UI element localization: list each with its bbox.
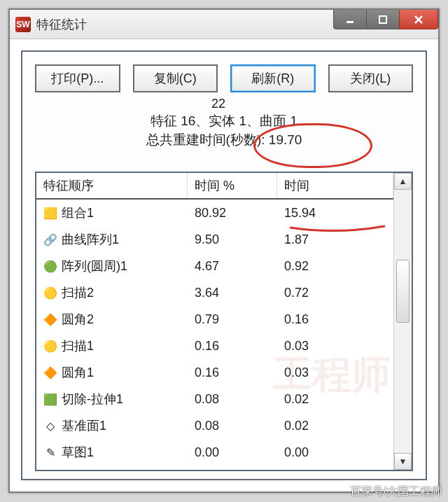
table-row[interactable]: 🟢阵列(圆周)14.670.92 — [36, 253, 393, 279]
scroll-down-arrow[interactable]: ▼ — [394, 453, 412, 470]
time-cell: 0.00 — [277, 445, 393, 460]
feature-name: 扫描2 — [62, 284, 94, 301]
rebuild-time-value: 19.70 — [269, 132, 302, 147]
vertical-scrollbar[interactable]: ▲ ▼ — [393, 173, 412, 470]
summary-line2: 总共重建时间(秒数): 19.70 — [35, 131, 413, 150]
window-controls — [333, 10, 438, 39]
feature-name-cell: 🔗曲线阵列1 — [36, 231, 188, 248]
sweep-icon: 🟡 — [43, 286, 57, 300]
circular-pattern-icon: 🟢 — [43, 259, 57, 273]
scroll-track[interactable] — [394, 190, 412, 453]
feature-name: 圆角1 — [62, 364, 94, 381]
feature-name: 基准面1 — [62, 417, 106, 434]
minimize-button[interactable] — [333, 10, 367, 29]
feature-name-cell: 🟨组合1 — [36, 204, 188, 221]
time-cell: 0.03 — [277, 339, 393, 354]
table-row[interactable]: 🔗曲线阵列19.501.87 — [36, 226, 393, 253]
table-header[interactable]: 特征顺序 时间 % 时间 — [36, 173, 393, 198]
feature-table: 特征顺序 时间 % 时间 🟨组合180.9215.94🔗曲线阵列19.501.8… — [35, 172, 413, 471]
close-button[interactable]: 关闭(L) — [328, 64, 414, 92]
time-pct-cell: 3.64 — [188, 286, 277, 300]
feature-name: 切除-拉伸1 — [62, 391, 123, 407]
time-cell: 1.87 — [277, 232, 393, 247]
time-pct-cell: 0.16 — [188, 365, 277, 380]
scroll-up-arrow[interactable]: ▲ — [394, 173, 412, 190]
time-pct-cell: 0.08 — [188, 392, 277, 407]
maximize-button[interactable] — [366, 10, 400, 29]
feature-name: 圆角2 — [62, 311, 94, 328]
table-row[interactable]: 🟡扫描10.160.03 — [36, 333, 393, 359]
time-pct-cell: 4.67 — [188, 259, 277, 274]
cut-extrude-icon: 🟩 — [43, 392, 57, 406]
time-cell: 0.92 — [277, 259, 393, 274]
curve-pattern-icon: 🔗 — [43, 232, 57, 246]
time-pct-cell: 0.08 — [188, 419, 277, 433]
feature-name: 阵列(圆周)1 — [62, 258, 127, 274]
table-row[interactable]: 🔶圆角20.790.16 — [36, 306, 393, 333]
time-pct-cell: 9.50 — [188, 232, 277, 247]
svg-rect-1 — [379, 16, 386, 23]
time-cell: 0.02 — [277, 392, 393, 407]
window-title: 特征统计 — [36, 16, 87, 33]
sweep-icon: 🟡 — [43, 339, 57, 353]
feature-name-cell: ◇基准面1 — [36, 417, 188, 434]
fillet-icon: 🔶 — [43, 312, 57, 326]
time-pct-cell: 80.92 — [188, 206, 277, 221]
col-time[interactable]: 时间 — [277, 173, 393, 198]
summary-block: 22 特征 16、实体 1、曲面 1 总共重建时间(秒数): 19.70 — [35, 112, 413, 149]
dialog-window: SW 特征统计 打印(P)... 复制(C) 刷新(R) 关闭(L) 22 特征… — [8, 8, 440, 493]
col-time-pct[interactable]: 时间 % — [188, 173, 277, 198]
feature-name-cell: ✎草图1 — [36, 444, 188, 461]
time-cell: 0.16 — [277, 312, 393, 327]
feature-name-cell: 🔶圆角1 — [36, 364, 188, 381]
table-row[interactable]: 🟩切除-拉伸10.080.02 — [36, 386, 393, 412]
feature-name: 组合1 — [62, 204, 94, 221]
summary-top-number: 22 — [211, 95, 225, 113]
table-row[interactable]: 🟨组合180.9215.94 — [36, 200, 393, 226]
feature-name: 扫描1 — [62, 337, 94, 354]
combine-icon: 🟨 — [43, 206, 57, 220]
print-button[interactable]: 打印(P)... — [35, 64, 120, 92]
refresh-button[interactable]: 刷新(R) — [230, 64, 316, 92]
feature-name-cell: 🟡扫描1 — [36, 337, 188, 354]
titlebar[interactable]: SW 特征统计 — [10, 10, 438, 39]
time-cell: 15.94 — [277, 206, 393, 221]
table-row[interactable]: ◇基准面10.080.02 — [36, 412, 393, 439]
dialog-content: 打印(P)... 复制(C) 刷新(R) 关闭(L) 22 特征 16、实体 1… — [21, 50, 427, 480]
summary-line1: 特征 16、实体 1、曲面 1 — [35, 112, 413, 131]
close-window-button[interactable] — [399, 10, 438, 29]
table-row[interactable]: ✎草图10.000.00 — [36, 439, 393, 466]
time-pct-cell: 0.16 — [188, 339, 277, 354]
col-feature-order[interactable]: 特征顺序 — [36, 173, 188, 198]
feature-name-cell: 🟢阵列(圆周)1 — [36, 258, 188, 274]
sketch-icon: ✎ — [43, 445, 57, 459]
time-cell: 0.72 — [277, 286, 393, 300]
feature-name-cell: 🟡扫描2 — [36, 284, 188, 301]
scroll-thumb[interactable] — [396, 260, 410, 323]
table-row[interactable]: 🔶圆角10.160.03 — [36, 359, 393, 386]
feature-name-cell: 🔶圆角2 — [36, 311, 188, 328]
watermark-caption: 百家号/大国工程师 — [350, 484, 442, 499]
feature-name: 草图1 — [62, 444, 94, 461]
app-icon: SW — [15, 17, 31, 32]
toolbar: 打印(P)... 复制(C) 刷新(R) 关闭(L) — [35, 64, 413, 92]
feature-name: 曲线阵列1 — [62, 231, 119, 248]
plane-icon: ◇ — [43, 419, 57, 433]
time-cell: 0.03 — [277, 365, 393, 380]
time-pct-cell: 0.00 — [188, 445, 277, 460]
feature-name-cell: 🟩切除-拉伸1 — [36, 391, 188, 407]
time-pct-cell: 0.79 — [188, 312, 277, 327]
svg-rect-0 — [346, 21, 354, 23]
table-row[interactable]: 🟡扫描23.640.72 — [36, 279, 393, 306]
time-cell: 0.02 — [277, 419, 393, 433]
fillet-icon: 🔶 — [43, 365, 57, 379]
copy-button[interactable]: 复制(C) — [133, 64, 218, 92]
